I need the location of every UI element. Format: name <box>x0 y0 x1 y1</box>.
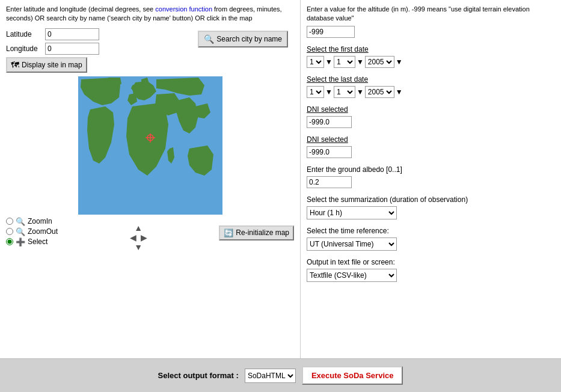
first-date-year-arrow: ▼ <box>396 58 403 66</box>
zoom-in-row: 🔍 ZoomIn <box>6 217 58 226</box>
select-radio[interactable] <box>6 238 13 245</box>
latitude-label: Latitude <box>6 30 45 38</box>
latitude-input[interactable] <box>45 28 99 40</box>
select-icon: ➕ <box>16 237 25 247</box>
execute-label: Execute SoDa Service <box>311 371 394 380</box>
summarization-label: Select the summarization (duration of ob… <box>307 195 555 204</box>
longitude-row: Longitude <box>6 43 99 55</box>
dni-label-2: DNI selected <box>307 135 555 144</box>
left-panel: Enter latitude and longitude (decimal de… <box>0 0 301 358</box>
search-city-button[interactable]: 🔍 Search city by name <box>198 31 288 47</box>
reinit-icon: 🔄 <box>224 228 233 237</box>
output-select[interactable]: Textfile (CSV-like) Screen <box>307 269 397 282</box>
reinit-label: Re-initialize map <box>236 228 289 237</box>
ground-albedo-input[interactable] <box>307 176 352 188</box>
display-map-label: Display site in map <box>22 61 82 69</box>
first-date-month-select[interactable]: 123456789101112 <box>334 56 355 68</box>
altitude-input[interactable] <box>307 26 355 38</box>
dni-label-1: DNI selected <box>307 105 555 114</box>
dni-input-1[interactable] <box>307 116 352 128</box>
zoom-out-row: 🔍 ZoomOut <box>6 227 58 236</box>
execute-button[interactable]: Execute SoDa Service <box>302 366 403 385</box>
select-row: ➕ Select <box>6 237 58 247</box>
right-panel: Enter a value for the altitude (in m). -… <box>301 0 561 358</box>
reinitialize-map-button[interactable]: 🔄 Re-initialize map <box>219 225 294 240</box>
output-format-label: Select output format : <box>158 371 239 380</box>
first-date-row: 12345 ▼ 123456789101112 ▼ 200520062007 ▼ <box>307 56 555 68</box>
last-date-year-select[interactable]: 200520062007 <box>365 86 394 98</box>
output-format-select[interactable]: SoDaHTML CSV JSON <box>245 369 296 383</box>
last-date-row: 12345 ▼ 123456789101112 ▼ 200520062007 ▼ <box>307 86 555 98</box>
last-date-day-arrow: ▼ <box>325 88 333 96</box>
last-date-month-select[interactable]: 123456789101112 <box>334 86 355 98</box>
dni-input-2[interactable] <box>307 146 352 158</box>
display-map-icon: 🗺 <box>11 60 19 70</box>
first-date-year-select[interactable]: 200520062007 <box>365 56 394 68</box>
map-container[interactable] <box>78 76 222 215</box>
display-map-button[interactable]: 🗺 Display site in map <box>6 57 87 73</box>
last-date-year-arrow: ▼ <box>396 88 403 96</box>
select-label: Select <box>28 237 48 246</box>
zoom-in-icon: 🔍 <box>16 217 25 226</box>
intro-text: Enter latitude and longitude (decimal de… <box>6 5 294 23</box>
search-city-icon: 🔍 <box>204 34 214 44</box>
arrow-left-button[interactable]: ◀ <box>128 233 138 242</box>
map-svg[interactable] <box>78 76 222 215</box>
zoom-out-radio[interactable] <box>6 228 13 235</box>
main-container: Enter latitude and longitude (decimal de… <box>0 0 561 392</box>
search-city-label: Search city by name <box>216 35 282 43</box>
arrow-right-button[interactable]: ▶ <box>139 233 149 242</box>
intro-text-part1: Enter latitude and longitude (decimal de… <box>6 5 155 13</box>
arrow-up-button[interactable]: ▲ <box>133 223 143 233</box>
map-controls-row: 🔍 ZoomIn 🔍 ZoomOut ➕ Select <box>6 217 294 252</box>
bottom-bar: Select output format : SoDaHTML CSV JSON… <box>0 358 561 392</box>
summarization-select[interactable]: Hour (1 h) Day Month Year <box>307 206 397 219</box>
first-date-month-arrow: ▼ <box>357 58 364 66</box>
time-reference-select[interactable]: UT (Universal Time) Solar Time <box>307 237 397 251</box>
ground-albedo-label: Enter the ground albedo [0..1] <box>307 165 555 174</box>
first-date-day-select[interactable]: 12345 <box>307 56 324 68</box>
last-date-day-select[interactable]: 12345 <box>307 86 324 98</box>
navigation-arrows: ▲ ◀ ▶ ▼ <box>128 223 149 252</box>
altitude-description: Enter a value for the altitude (in m). -… <box>307 5 555 23</box>
arrow-down-button[interactable]: ▼ <box>133 242 143 252</box>
last-date-label: Select the last date <box>307 75 555 84</box>
first-date-label: Select the first date <box>307 45 555 54</box>
time-reference-label: Select the time reference: <box>307 227 555 235</box>
last-date-month-arrow: ▼ <box>357 88 364 96</box>
zoom-in-radio[interactable] <box>6 218 13 225</box>
latitude-row: Latitude <box>6 28 99 40</box>
first-date-day-arrow: ▼ <box>325 58 333 66</box>
zoom-out-icon: 🔍 <box>16 227 25 236</box>
output-label: Output in text file or screen: <box>307 258 555 266</box>
zoom-out-label: ZoomOut <box>28 227 58 236</box>
top-section: Enter latitude and longitude (decimal de… <box>0 0 561 358</box>
longitude-label: Longitude <box>6 44 45 53</box>
longitude-input[interactable] <box>45 43 99 55</box>
zoom-controls: 🔍 ZoomIn 🔍 ZoomOut ➕ Select <box>6 217 58 247</box>
conversion-function-link[interactable]: conversion function <box>155 5 212 13</box>
zoom-in-label: ZoomIn <box>28 217 52 225</box>
